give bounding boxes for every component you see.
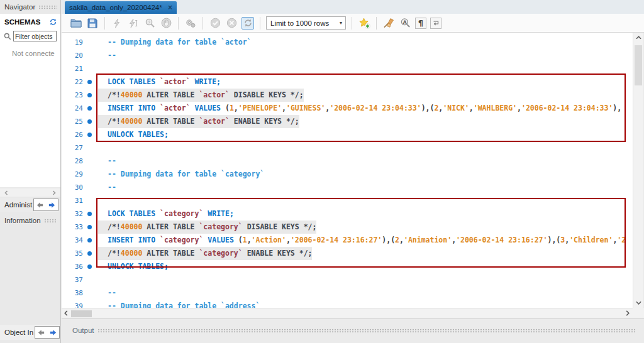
statement-marker-icon <box>87 106 92 111</box>
scroll-right-icon[interactable] <box>52 190 57 195</box>
horizontal-scroll-thumb[interactable] <box>71 310 92 317</box>
line-number: 37 <box>62 273 83 286</box>
code-line[interactable]: 31 <box>62 194 633 207</box>
open-script-button[interactable] <box>70 17 82 30</box>
rollback-button[interactable] <box>225 17 238 30</box>
line-number: 32 <box>62 207 83 220</box>
execute-current-button[interactable] <box>127 17 140 30</box>
broom-icon <box>383 18 394 28</box>
tab-sakila-data-only[interactable]: sakila_data_only_20200424* × <box>65 1 177 14</box>
page-forward-icon[interactable] <box>48 202 55 209</box>
sql-editor[interactable]: 19-- Dumping data for table `actor`20--2… <box>62 33 633 308</box>
stop-on-error-toggle[interactable] <box>184 17 197 30</box>
object-info-label: Object In <box>4 329 33 336</box>
administration-label: Administ <box>4 201 32 209</box>
scroll-left-icon[interactable] <box>64 310 69 316</box>
save-script-button[interactable] <box>86 17 99 30</box>
editor-horizontal-scrollbar[interactable] <box>62 308 633 318</box>
find-button[interactable]: A <box>399 17 411 30</box>
search-icon <box>4 33 11 40</box>
code-line[interactable]: 30-- <box>62 181 633 194</box>
code-line[interactable]: 33/*!40000 ALTER TABLE `category` DISABL… <box>62 220 633 234</box>
wrap-text-toggle[interactable] <box>430 18 441 29</box>
toolbar-separator <box>260 17 260 30</box>
scroll-up-icon[interactable] <box>635 34 642 41</box>
code-line[interactable]: 26UNLOCK TABLES; <box>62 128 633 141</box>
vertical-scroll-thumb[interactable] <box>635 45 642 85</box>
code-line[interactable]: 34INSERT INTO `category` VALUES (1,'Acti… <box>62 234 633 247</box>
page-back-icon[interactable] <box>36 202 43 209</box>
code-line[interactable]: 39-- Dumping data for table `address` <box>62 300 633 308</box>
save-snippet-button[interactable] <box>358 17 370 30</box>
line-number: 24 <box>62 102 83 115</box>
scroll-left-icon[interactable] <box>4 190 9 195</box>
code-line[interactable]: 28-- <box>62 155 633 168</box>
sidebar-item-object-info[interactable]: Object In <box>0 325 60 340</box>
close-icon[interactable]: × <box>168 3 172 12</box>
line-number: 39 <box>62 300 83 308</box>
chevron-down-icon: ▾ <box>340 20 342 26</box>
statement-marker-icon <box>87 251 92 256</box>
scroll-right-icon[interactable] <box>625 310 630 316</box>
editor-vertical-scrollbar[interactable] <box>633 33 643 308</box>
administration-pager <box>33 199 58 211</box>
show-invisibles-toggle[interactable]: ¶ <box>415 18 426 29</box>
code-line[interactable]: 22LOCK TABLES `actor` WRITE; <box>62 75 633 89</box>
autocommit-toggle[interactable] <box>242 17 254 30</box>
statement-marker-icon <box>87 212 92 216</box>
code-line[interactable]: 24INSERT INTO `actor` VALUES (1,'PENELOP… <box>62 102 633 115</box>
sql-toolbar: Limit to 1000 rows ▾ A ¶ <box>62 14 644 33</box>
page-back-icon[interactable] <box>38 329 45 336</box>
statement-marker-icon <box>87 133 92 137</box>
line-number: 30 <box>62 181 83 194</box>
navigator-header: Navigator <box>0 0 60 14</box>
explain-button[interactable] <box>143 17 156 30</box>
beautify-button[interactable] <box>382 17 395 30</box>
code-line[interactable]: 27 <box>62 141 633 155</box>
toolbar-separator <box>352 17 352 30</box>
star-plus-icon <box>358 18 370 29</box>
code-line[interactable]: 36UNLOCK TABLES; <box>62 260 633 273</box>
code-line[interactable]: 20-- <box>62 49 633 62</box>
code-line[interactable]: 32LOCK TABLES `category` WRITE; <box>62 207 633 220</box>
line-number: 34 <box>62 234 83 247</box>
save-icon <box>87 18 97 28</box>
x-circle-icon <box>226 18 237 28</box>
line-number: 22 <box>62 75 83 89</box>
line-number: 38 <box>62 286 83 300</box>
line-number: 21 <box>62 62 83 75</box>
dotted-fill <box>38 5 57 9</box>
page-forward-icon[interactable] <box>50 329 57 336</box>
refresh-schemas-icon[interactable] <box>49 18 57 26</box>
code-line[interactable]: 19-- Dumping data for table `actor` <box>62 36 633 49</box>
code-line[interactable]: 21 <box>62 62 633 75</box>
scroll-down-icon[interactable] <box>635 299 642 307</box>
limit-rows-dropdown[interactable]: Limit to 1000 rows ▾ <box>266 16 346 30</box>
code-line[interactable]: 29-- Dumping data for table `category` <box>62 168 633 181</box>
information-header: Information <box>0 214 60 227</box>
magnifier-a-icon: A <box>400 18 411 28</box>
navigator-label: Navigator <box>4 3 35 11</box>
schemas-panel: SCHEMAS Not connecte <box>0 14 60 187</box>
code-line[interactable]: 35/*!40000 ALTER TABLE `category` ENABLE… <box>62 247 633 260</box>
magnifier-lightning-icon <box>145 18 155 28</box>
filter-objects-input[interactable] <box>13 31 57 41</box>
line-number: 23 <box>62 89 83 102</box>
code-line[interactable]: 23/*!40000 ALTER TABLE `actor` DISABLE K… <box>62 89 633 102</box>
tab-title: sakila_data_only_20200424* <box>69 4 165 11</box>
line-number: 20 <box>62 49 83 62</box>
sidebar-item-administration[interactable]: Administ <box>0 198 60 212</box>
svg-text:A: A <box>402 19 406 25</box>
toolbar-separator <box>178 17 179 30</box>
gears-icon <box>185 18 196 28</box>
line-number: 33 <box>62 220 83 234</box>
execute-button[interactable] <box>111 17 123 30</box>
code-line[interactable]: 38-- <box>62 286 633 300</box>
sidebar-mini-scrollbar[interactable] <box>0 188 60 197</box>
code-line[interactable]: 25/*!40000 ALTER TABLE `actor` ENABLE KE… <box>62 115 633 128</box>
line-number: 36 <box>62 260 83 273</box>
commit-button[interactable] <box>209 17 221 30</box>
toolbar-separator <box>203 17 203 30</box>
stop-button[interactable] <box>160 17 172 30</box>
code-line[interactable]: 37 <box>62 273 633 286</box>
